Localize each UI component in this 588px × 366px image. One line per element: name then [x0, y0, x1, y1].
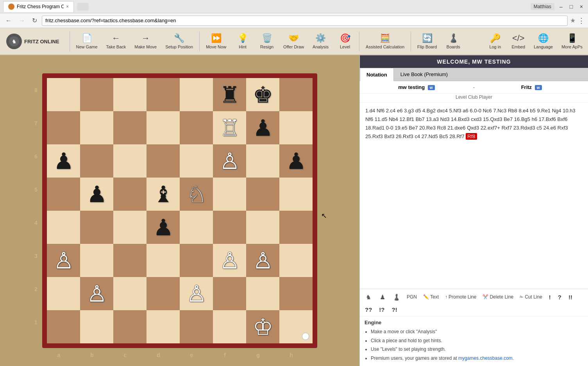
piece-black-pawn-g7[interactable]: ♟: [253, 117, 273, 139]
more-apps-button[interactable]: 📱 More ApPs: [558, 29, 586, 54]
address-bar[interactable]: [42, 16, 568, 26]
square-a6[interactable]: ♟: [47, 144, 80, 178]
square-f2[interactable]: [213, 277, 246, 310]
language-button[interactable]: 🌐 Language: [530, 29, 557, 54]
assisted-calc-button[interactable]: 🧮 Assisted Calculation: [362, 29, 408, 54]
square-g3[interactable]: ♙: [246, 244, 279, 277]
engine-link[interactable]: mygames.chessbase.com.: [458, 355, 514, 361]
square-e8[interactable]: [180, 78, 213, 111]
square-e1[interactable]: [180, 310, 213, 343]
text-button[interactable]: ✏️ Text: [422, 293, 440, 300]
resign-button[interactable]: 🗑️ Resign: [255, 29, 279, 54]
level-button[interactable]: 🎯 Level: [333, 29, 357, 54]
square-c3[interactable]: [113, 244, 147, 277]
piece-white-pawn-a3[interactable]: ♙: [54, 249, 74, 272]
forward-button[interactable]: →: [16, 16, 27, 26]
square-b3[interactable]: [80, 244, 113, 277]
analysis-button[interactable]: ⚙️ Analysis: [309, 29, 332, 54]
setup-position-button[interactable]: 🔧 Setup Position: [161, 29, 197, 54]
piece-black-pawn-h6[interactable]: ♟: [286, 150, 306, 172]
square-d1[interactable]: [147, 310, 180, 343]
square-d2[interactable]: [147, 277, 180, 310]
square-c6[interactable]: [113, 144, 147, 178]
tab-notation[interactable]: Notation: [360, 68, 394, 81]
piece-white-king-g1[interactable]: ♔: [253, 316, 273, 338]
square-e7[interactable]: [180, 111, 213, 144]
square-e6[interactable]: [180, 144, 213, 178]
square-g8[interactable]: ♚: [246, 78, 279, 111]
piece-white-rook-f7[interactable]: ♖: [220, 117, 240, 139]
square-b4[interactable]: [80, 211, 113, 244]
piece-black-rook-f8[interactable]: ♜: [220, 84, 240, 106]
square-b7[interactable]: [80, 111, 113, 144]
piece-white-knight-e5[interactable]: ♘: [186, 183, 207, 206]
piece-black-king-g8[interactable]: ♚: [253, 84, 273, 106]
square-d3[interactable]: [147, 244, 180, 277]
square-g6[interactable]: [246, 144, 279, 178]
square-h2[interactable]: [279, 277, 313, 310]
square-d6[interactable]: [147, 144, 180, 178]
reload-button[interactable]: ↻: [30, 15, 39, 26]
square-g5[interactable]: [246, 178, 279, 211]
piece-black-pawn-a6[interactable]: ♟: [54, 150, 74, 172]
symbol-2[interactable]: ?: [556, 293, 563, 301]
square-c7[interactable]: [113, 111, 147, 144]
new-tab-button[interactable]: [77, 3, 89, 11]
square-g4[interactable]: [246, 211, 279, 244]
square-h7[interactable]: [279, 111, 313, 144]
square-f6[interactable]: ♙: [213, 144, 246, 178]
square-e4[interactable]: [180, 211, 213, 244]
square-c8[interactable]: [113, 78, 147, 111]
square-h8[interactable]: [279, 78, 313, 111]
square-b8[interactable]: [80, 78, 113, 111]
square-c1[interactable]: [113, 310, 147, 343]
symbol-5[interactable]: !?: [377, 306, 386, 314]
square-d8[interactable]: [147, 78, 180, 111]
square-g7[interactable]: ♟: [246, 111, 279, 144]
square-a8[interactable]: [47, 78, 80, 111]
square-c2[interactable]: [113, 277, 147, 310]
square-g2[interactable]: [246, 277, 279, 310]
boards-button[interactable]: ♟️ Boards: [441, 29, 465, 54]
login-button[interactable]: 🔑 Log in: [483, 29, 507, 54]
square-e2[interactable]: ♙: [180, 277, 213, 310]
piece-white-pawn-g3[interactable]: ♙: [253, 249, 273, 272]
browser-menu-icon[interactable]: ⋮: [578, 16, 585, 25]
square-f8[interactable]: ♜: [213, 78, 246, 111]
make-move-button[interactable]: → Make Move: [130, 29, 161, 54]
cut-line-button[interactable]: ✁ Cut Line: [518, 293, 544, 300]
piece-white-pawn-e2[interactable]: ♙: [186, 282, 207, 305]
back-button[interactable]: ←: [3, 16, 14, 26]
symbol-3[interactable]: !!: [567, 293, 574, 301]
square-e5[interactable]: ♘: [180, 178, 213, 211]
notation-last-move[interactable]: Rf8: [466, 133, 477, 140]
piece-white-pawn-f3[interactable]: ♙: [220, 249, 240, 272]
pgn-button[interactable]: PGN: [405, 293, 418, 300]
square-d7[interactable]: [147, 111, 180, 144]
piece-white-pawn-f6[interactable]: ♙: [220, 150, 240, 172]
square-f3[interactable]: ♙: [213, 244, 246, 277]
square-a5[interactable]: [47, 178, 80, 211]
square-b5[interactable]: ♟: [80, 178, 113, 211]
square-a4[interactable]: [47, 211, 80, 244]
symbol-1[interactable]: !: [547, 293, 553, 301]
square-f1[interactable]: [213, 310, 246, 343]
square-h3[interactable]: [279, 244, 313, 277]
browser-tab[interactable]: Fritz Chess Program Onli... ×: [3, 1, 74, 12]
offer-draw-button[interactable]: 🤝 Offer Draw: [279, 29, 308, 54]
square-h6[interactable]: ♟: [279, 144, 313, 178]
maximize-button[interactable]: □: [568, 3, 575, 10]
square-b6[interactable]: [80, 144, 113, 178]
square-b2[interactable]: ♙: [80, 277, 113, 310]
close-button[interactable]: ×: [578, 3, 585, 10]
new-game-button[interactable]: 📄 New Game: [72, 29, 102, 54]
square-h5[interactable]: [279, 178, 313, 211]
square-a2[interactable]: [47, 277, 80, 310]
square-f4[interactable]: [213, 211, 246, 244]
piece-black-pawn-d4[interactable]: ♟: [153, 216, 173, 239]
square-a7[interactable]: [47, 111, 80, 144]
piece-white-pawn-b2[interactable]: ♙: [87, 282, 107, 305]
promote-line-button[interactable]: ↑ Promote Line: [443, 293, 478, 300]
chess-board[interactable]: ♜♚♖♟♟♙♟♟♝♘♟♙♙♙♙♙♔: [42, 73, 317, 348]
flip-board-button[interactable]: 🔄 Flip Board: [413, 29, 441, 54]
